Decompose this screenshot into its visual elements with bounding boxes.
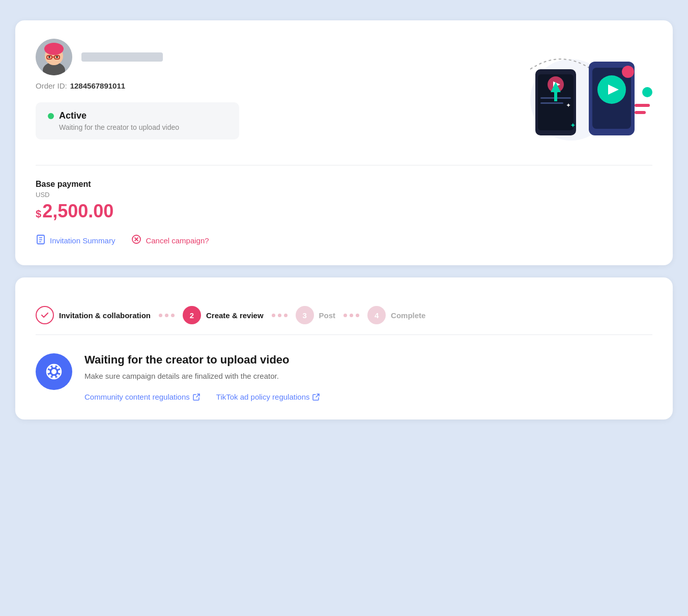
regulation-links: Community content regulations TikTok ad …	[84, 393, 652, 401]
base-payment-label: Base payment	[36, 180, 652, 189]
user-row	[36, 39, 490, 75]
waiting-section: Waiting for the creator to upload video …	[36, 353, 652, 401]
external-link-icon-2	[312, 394, 320, 401]
community-content-label: Community content regulations	[84, 393, 190, 401]
step-1-circle	[36, 306, 54, 324]
status-box: Active Waiting for the creator to upload…	[36, 102, 239, 139]
dot	[165, 314, 168, 317]
avatar	[36, 39, 72, 75]
step-dots-1	[159, 314, 175, 317]
illustration: ✦ ✦	[490, 39, 652, 151]
dot	[284, 314, 288, 317]
status-subtext: Waiting for the creator to upload video	[59, 123, 227, 131]
svg-point-39	[52, 376, 55, 379]
payment-section: Base payment USD $ 2,500.00	[36, 180, 652, 222]
cancel-campaign-label: Cancel campaign?	[146, 236, 209, 245]
svg-point-45	[49, 374, 51, 377]
waiting-description: Make sure campaign details are finalized…	[84, 372, 652, 380]
svg-point-25	[642, 87, 652, 97]
svg-rect-18	[554, 92, 557, 101]
price-amount: 2,500.00	[42, 201, 113, 222]
status-active-label: Active	[59, 110, 87, 121]
dot	[159, 314, 162, 317]
step-2-circle: 2	[183, 306, 201, 324]
dot	[171, 314, 175, 317]
step-1: Invitation & collaboration	[36, 306, 151, 324]
tiktok-policy-label: TikTok ad policy regulations	[216, 393, 310, 401]
bottom-card: Invitation & collaboration 2 Create & re…	[15, 277, 673, 419]
svg-line-46	[196, 394, 199, 397]
step-4-label: Complete	[391, 311, 425, 320]
dot	[350, 314, 353, 317]
top-card: Order ID: 1284567891011 Active Waiting f…	[15, 20, 673, 265]
step-4: 4 Complete	[367, 306, 425, 324]
order-id-row: Order ID: 1284567891011	[36, 81, 490, 90]
external-link-icon	[193, 394, 200, 401]
svg-rect-27	[635, 111, 646, 114]
waiting-content: Waiting for the creator to upload video …	[84, 353, 652, 401]
price-row: $ 2,500.00	[36, 201, 652, 222]
svg-point-8	[48, 56, 50, 58]
svg-point-37	[51, 369, 56, 374]
svg-point-9	[56, 56, 58, 58]
step-dots-2	[272, 314, 288, 317]
cancel-campaign-link[interactable]: Cancel campaign?	[131, 234, 209, 247]
svg-text:✦: ✦	[570, 121, 576, 129]
svg-point-40	[47, 370, 50, 373]
step-3-circle: 3	[296, 306, 314, 324]
svg-rect-16	[540, 102, 563, 104]
step-3-label: Post	[319, 311, 336, 320]
svg-text:✦: ✦	[566, 102, 571, 109]
svg-point-42	[49, 367, 51, 369]
svg-point-38	[52, 365, 55, 368]
order-id-value: 1284567891011	[70, 81, 125, 90]
svg-point-4	[47, 43, 61, 52]
currency-label: USD	[36, 191, 652, 199]
community-content-link[interactable]: Community content regulations	[84, 393, 200, 401]
svg-rect-26	[635, 104, 650, 107]
order-id-label: Order ID:	[36, 81, 67, 90]
step-3: 3 Post	[296, 306, 336, 324]
svg-line-47	[316, 394, 319, 397]
tiktok-policy-link[interactable]: TikTok ad policy regulations	[216, 393, 320, 401]
cancel-icon	[131, 234, 141, 247]
svg-point-44	[56, 367, 59, 369]
step-4-circle: 4	[367, 306, 386, 324]
divider	[36, 165, 652, 165]
invitation-summary-link[interactable]: Invitation Summary	[36, 234, 115, 247]
waiting-title: Waiting for the creator to upload video	[84, 353, 652, 367]
step-2-label: Create & review	[206, 311, 264, 320]
invitation-summary-label: Invitation Summary	[50, 236, 115, 245]
left-content: Order ID: 1284567891011 Active Waiting f…	[36, 39, 490, 139]
dot	[356, 314, 359, 317]
dot	[343, 314, 347, 317]
dot	[272, 314, 275, 317]
document-icon	[36, 234, 46, 247]
dot	[278, 314, 281, 317]
status-row: Active	[48, 110, 227, 121]
svg-point-24	[622, 66, 634, 78]
name-bar	[81, 52, 163, 62]
step-1-label: Invitation & collaboration	[59, 311, 151, 320]
waiting-icon-circle	[36, 353, 72, 390]
svg-point-43	[56, 374, 59, 377]
step-dots-3	[343, 314, 359, 317]
action-row: Invitation Summary Cancel campaign?	[36, 234, 652, 247]
svg-point-41	[58, 370, 61, 373]
status-dot	[48, 113, 54, 119]
step-bar: Invitation & collaboration 2 Create & re…	[36, 296, 652, 335]
step-2: 2 Create & review	[183, 306, 264, 324]
dollar-sign: $	[36, 208, 41, 220]
